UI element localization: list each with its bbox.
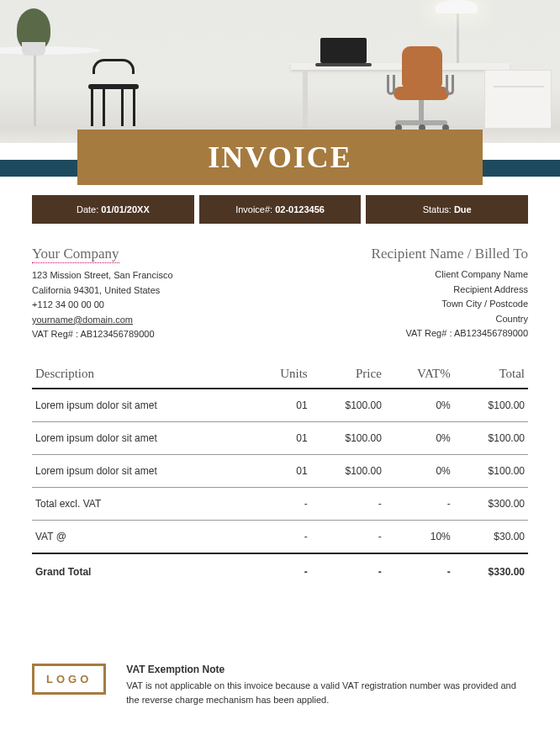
grand-label: Grand Total — [32, 553, 252, 588]
cell-total: $100.00 — [454, 422, 528, 455]
recipient-line1: Client Company Name — [372, 267, 528, 283]
meta-date-value: 01/01/20XX — [101, 204, 150, 214]
grand-total: $330.00 — [454, 553, 528, 588]
col-units: Units — [252, 362, 311, 389]
cell-units: 01 — [252, 455, 311, 488]
subtotal-vat: - — [385, 488, 454, 521]
vat-note-body: VAT is not applicable on this invoice be… — [126, 679, 528, 706]
cell-total: $100.00 — [454, 455, 528, 488]
vat-price: - — [311, 521, 385, 554]
recipient-line2: Recipient Address — [372, 283, 528, 298]
meta-date-label: Date: — [77, 204, 98, 214]
sender-block: Your Company 123 Mission Street, San Fra… — [32, 246, 173, 342]
recipient-vat: VAT Reg# : AB123456789000 — [372, 326, 528, 341]
sender-heading: Your Company — [32, 246, 119, 263]
cell-desc: Lorem ipsum dolor sit amet — [32, 389, 252, 422]
table-row: Lorem ipsum dolor sit amet 01 $100.00 0%… — [32, 389, 528, 422]
recipient-line4: Country — [372, 312, 528, 327]
col-vat: VAT% — [385, 362, 454, 389]
recipient-block: Recipient Name / Billed To Client Compan… — [372, 246, 528, 342]
cell-vat: 0% — [385, 455, 454, 488]
cell-units: 01 — [252, 389, 311, 422]
table-row: Lorem ipsum dolor sit amet 01 $100.00 0%… — [32, 422, 528, 455]
recipient-heading: Recipient Name / Billed To — [372, 246, 528, 262]
grand-price: - — [311, 553, 385, 588]
cell-units: 01 — [252, 422, 311, 455]
subtotal-total: $300.00 — [454, 488, 528, 521]
cell-desc: Lorem ipsum dolor sit amet — [32, 422, 252, 455]
col-description: Description — [32, 362, 252, 389]
meta-row: Date: 01/01/20XX Invoice#: 02-0123456 St… — [32, 195, 528, 224]
subtotal-row: Total excl. VAT - - - $300.00 — [32, 488, 528, 521]
vat-units: - — [252, 521, 311, 554]
line-items-table: Description Units Price VAT% Total Lorem… — [32, 362, 528, 588]
document-title: INVOICE — [208, 140, 351, 175]
grand-total-row: Grand Total - - - $330.00 — [32, 553, 528, 588]
meta-status: Status: Due — [366, 195, 528, 224]
sender-phone: +112 34 00 00 00 — [32, 298, 173, 313]
recipient-line3: Town City / Postcode — [372, 297, 528, 312]
vat-label: VAT @ — [32, 521, 252, 554]
sender-line1: 123 Mission Street, San Francisco — [32, 268, 173, 283]
grand-vat: - — [385, 553, 454, 588]
subtotal-price: - — [311, 488, 385, 521]
footer: LOGO VAT Exemption Note VAT is not appli… — [32, 664, 528, 706]
meta-status-label: Status: — [423, 204, 452, 214]
meta-invoice-label: Invoice#: — [235, 204, 272, 214]
hero-image — [0, 0, 560, 143]
col-price: Price — [311, 362, 385, 389]
col-total: Total — [454, 362, 528, 389]
meta-invoice-value: 02-0123456 — [275, 204, 325, 214]
meta-invoice: Invoice#: 02-0123456 — [199, 195, 362, 224]
logo-placeholder: LOGO — [32, 664, 106, 695]
sender-vat: VAT Reg# : AB123456789000 — [32, 327, 173, 342]
cell-vat: 0% — [385, 422, 454, 455]
cell-price: $100.00 — [311, 455, 385, 488]
sender-line2: California 94301, United States — [32, 283, 173, 299]
table-row: Lorem ipsum dolor sit amet 01 $100.00 0%… — [32, 455, 528, 488]
vat-pct: 10% — [385, 521, 454, 554]
sender-email[interactable]: yourname@domain.com — [32, 315, 133, 325]
vat-row: VAT @ - - 10% $30.00 — [32, 521, 528, 554]
subtotal-units: - — [252, 488, 311, 521]
meta-date: Date: 01/01/20XX — [32, 195, 194, 224]
cell-total: $100.00 — [454, 389, 528, 422]
cell-price: $100.00 — [311, 389, 385, 422]
cell-price: $100.00 — [311, 422, 385, 455]
grand-units: - — [252, 553, 311, 588]
parties-section: Your Company 123 Mission Street, San Fra… — [32, 246, 528, 342]
vat-note-title: VAT Exemption Note — [126, 664, 528, 675]
meta-status-value: Due — [454, 204, 472, 214]
subtotal-label: Total excl. VAT — [32, 488, 252, 521]
vat-total: $30.00 — [454, 521, 528, 554]
cell-desc: Lorem ipsum dolor sit amet — [32, 455, 252, 488]
title-banner: INVOICE — [77, 130, 483, 185]
cell-vat: 0% — [385, 389, 454, 422]
vat-note: VAT Exemption Note VAT is not applicable… — [126, 664, 528, 706]
